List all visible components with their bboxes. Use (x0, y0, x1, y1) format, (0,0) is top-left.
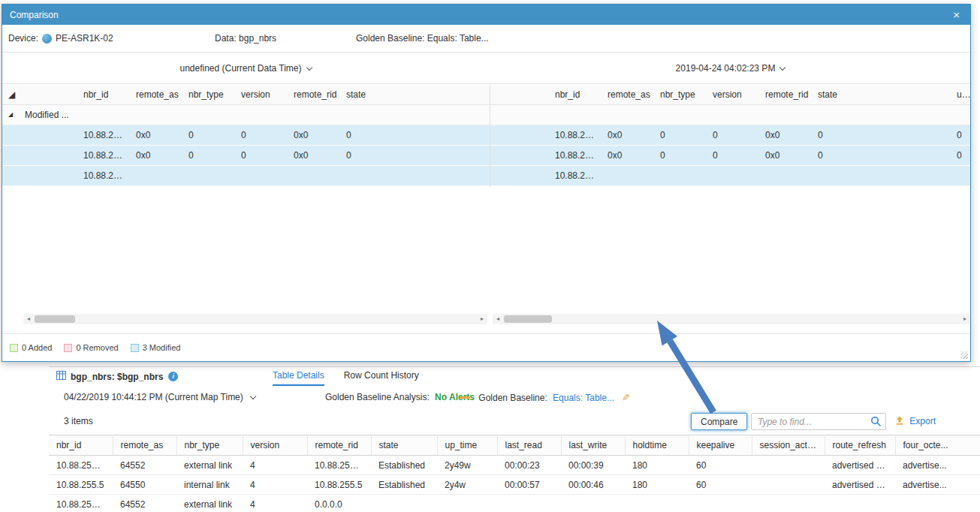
column-header-nbr_id[interactable]: nbr_id (550, 85, 603, 104)
cell: 180 (625, 456, 689, 475)
diff-row[interactable]: 10.88.250.310x0000x00 (2, 125, 490, 145)
column-header-four_octe[interactable]: four_octe... (895, 435, 980, 456)
column-header-nbr_id[interactable]: nbr_id (79, 85, 131, 104)
device-label: Device: (8, 33, 38, 44)
column-header-up_time[interactable]: up_time (437, 435, 497, 456)
scroll-left-icon[interactable]: ◂ (493, 314, 503, 324)
column-header-remote_rid[interactable]: remote_rid (307, 435, 371, 456)
comparison-header-row: nbr_idremote_asnbr_typeversionremote_rid… (490, 85, 970, 104)
diff-row[interactable]: 10.88.255.81 (490, 165, 970, 185)
column-header-nbr_type[interactable]: nbr_type (656, 85, 708, 104)
right-time-label: 2019-04-24 04:02:23 PM (676, 63, 776, 74)
column-header-remote_rid[interactable]: remote_rid (289, 85, 342, 104)
map-time-selector[interactable]: 04/22/2019 10:44:12 PM (Current Map Time… (64, 386, 255, 409)
column-header-remote_rid[interactable]: remote_rid (761, 85, 813, 104)
group-row-filler (490, 104, 970, 125)
cell: advertise... (895, 456, 980, 475)
diff-row[interactable]: 10.88.250.310x0000x000 (490, 125, 970, 145)
scroll-right-icon[interactable]: ▸ (477, 314, 487, 324)
column-header-last_write[interactable]: last_write (561, 435, 625, 456)
cell: 0 (656, 145, 708, 165)
edit-pencil-icon[interactable]: ✎ (622, 386, 630, 409)
scroll-right-icon[interactable]: ▸ (960, 314, 970, 324)
table-row[interactable]: 10.88.255.8164552external link40.0.0.0 (49, 495, 980, 512)
expand-all-icon[interactable]: ◢ (2, 85, 23, 104)
device-info: Device: PE-ASR1K-02 (8, 33, 113, 44)
comparison-right-panel: nbr_idremote_asnbr_typeversionremote_rid… (490, 85, 970, 187)
analysis-label: Golden Baseline Analysis: (325, 392, 430, 402)
cell: 10.88.255.81 (307, 456, 371, 475)
column-header-version[interactable]: version (243, 435, 307, 456)
scrollbar-thumb[interactable] (504, 315, 552, 323)
column-header-keepalive[interactable]: keepalive (689, 435, 752, 456)
column-header-route_refresh[interactable]: route_refresh (825, 435, 895, 456)
table-name-label: bgp_nbrs: $bgp_nbrs (71, 372, 163, 382)
column-header-last_read[interactable]: last_read (497, 435, 561, 456)
diff-row[interactable]: 10.88.255.50x0000x00 (2, 145, 490, 165)
right-time-selector[interactable]: 2019-04-24 04:02:23 PM (490, 53, 970, 84)
cell: 00:00:57 (497, 475, 561, 495)
time-headers-row: undefined (Current Data Time) 2019-04-24… (2, 53, 970, 84)
cell (603, 165, 656, 185)
column-header-state[interactable]: state (813, 85, 952, 104)
left-time-selector[interactable]: undefined (Current Data Time) (2, 53, 489, 84)
baseline-link[interactable]: Equals: Table... (553, 393, 614, 403)
cell: 2y49w (437, 456, 497, 475)
column-header-nbr_type[interactable]: nbr_type (184, 85, 237, 104)
cell: 0.0.0.0 (307, 495, 371, 512)
column-header-remote_as[interactable]: remote_as (113, 435, 176, 456)
column-header-nbr_type[interactable]: nbr_type (176, 435, 243, 456)
column-header-state[interactable]: state (371, 435, 437, 456)
right-h-scrollbar[interactable]: ◂ ▸ (493, 314, 970, 324)
search-icon[interactable] (870, 416, 882, 429)
column-header-version[interactable]: version (237, 85, 289, 104)
golden-baseline-label: Golden Baseline: (478, 393, 547, 403)
group-row-modified[interactable]: ◢Modified ... (2, 104, 490, 125)
cell (825, 495, 895, 512)
resize-grip[interactable] (960, 351, 968, 359)
compare-button[interactable]: Compare (691, 413, 747, 430)
cell: 10.88.250.31 (550, 125, 603, 145)
spacer-cell (490, 145, 550, 165)
column-header-holdtime[interactable]: holdtime (625, 435, 689, 456)
table-row[interactable]: 10.88.250.3164552external link410.88.255… (49, 456, 980, 475)
data-info: Data: bgp_nbrs (215, 33, 276, 44)
tab-table-details[interactable]: Table Details (273, 367, 324, 386)
column-header-remote_as[interactable]: remote_as (131, 85, 184, 104)
cell: internal link (176, 475, 243, 495)
cell (371, 495, 437, 512)
column-header-up_t...[interactable]: up_t... (952, 85, 970, 104)
scrollbar-thumb[interactable] (35, 315, 75, 323)
cell (561, 495, 625, 512)
cell: 0 (237, 125, 289, 145)
tab-row-count-history[interactable]: Row Count History (344, 367, 419, 386)
row-arrow-cell (2, 165, 23, 185)
scroll-left-icon[interactable]: ◂ (23, 314, 34, 324)
column-header-version[interactable]: version (708, 85, 761, 104)
cell (237, 165, 289, 185)
cell (131, 165, 184, 185)
cell: 0 (184, 125, 237, 145)
spacer-cell (490, 125, 550, 145)
table-row[interactable]: 10.88.255.564550internal link410.88.255.… (49, 475, 980, 495)
close-icon[interactable]: × (950, 9, 963, 20)
column-header-nbr_id[interactable]: nbr_id (49, 435, 113, 456)
cell: 10.88.255.81 (79, 165, 131, 185)
cell (752, 456, 825, 475)
info-icon[interactable]: i (168, 372, 178, 381)
left-h-scrollbar[interactable]: ◂ ▸ (23, 314, 487, 324)
search-input[interactable] (751, 413, 886, 430)
row-arrow-cell (2, 145, 23, 165)
left-time-label: undefined (Current Data Time) (179, 63, 301, 74)
column-header-remote_as[interactable]: remote_as (603, 85, 656, 104)
group-row-modified[interactable] (490, 104, 970, 125)
diff-row[interactable]: 10.88.255.50x0000x000 (490, 145, 970, 165)
column-header-session_active[interactable]: session_active (752, 435, 825, 456)
column-header-state[interactable]: state (342, 85, 490, 104)
diff-row[interactable]: 10.88.255.81 (2, 165, 490, 185)
cell: 180 (625, 475, 689, 495)
cell: 10.88.255.81 (49, 495, 113, 512)
collapse-group-icon[interactable]: ◢ (2, 104, 23, 125)
cell: 0x0 (289, 145, 342, 165)
export-button[interactable]: Export (895, 409, 936, 435)
